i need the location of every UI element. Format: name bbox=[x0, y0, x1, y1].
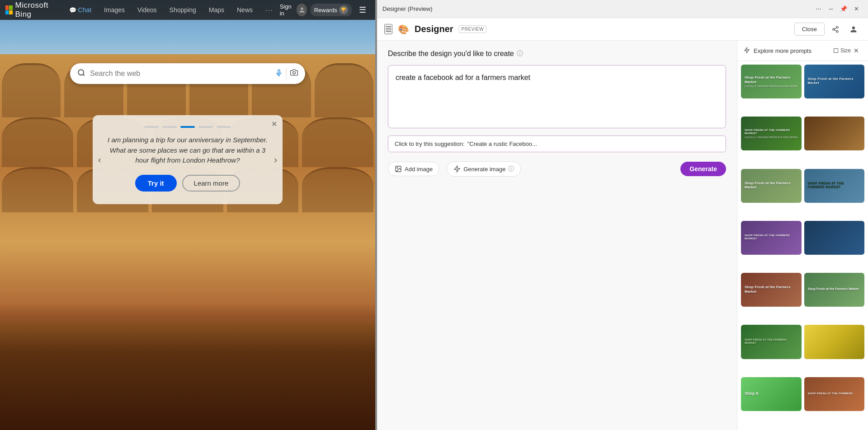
generate-image-button[interactable]: Generate image ⓘ bbox=[447, 161, 521, 177]
preview-card-7[interactable]: SHOP FRESH AT THE FARMERS MARKET bbox=[741, 221, 802, 255]
explore-icon bbox=[744, 47, 750, 55]
prompt-textarea[interactable]: create a facebook ad for a farmers marke… bbox=[388, 65, 726, 128]
suggestion-value: "Create a rustic Faceboo... bbox=[467, 140, 537, 147]
account-button[interactable] bbox=[846, 22, 861, 37]
generate-button[interactable]: Generate bbox=[680, 162, 726, 176]
preview-card-6[interactable]: SHOP FRESH AT THE FARMERS MARKET bbox=[804, 169, 865, 203]
popup-actions: Try it Learn more bbox=[107, 175, 268, 192]
nav-maps[interactable]: Maps bbox=[203, 0, 231, 20]
bing-logo-text: Microsoft Bing bbox=[15, 1, 56, 19]
nav-news[interactable]: News bbox=[231, 0, 259, 20]
preview-overlay-9: Shop Fresh at the Farmers Market bbox=[741, 273, 802, 307]
preview-title-1: Shop Fresh at the Farmers Market bbox=[745, 75, 798, 84]
designer-header: ☰ 🎨 Designer PREVIEW Close bbox=[377, 18, 868, 41]
ms-logo-q1 bbox=[5, 5, 9, 10]
popup-progress-dots bbox=[107, 126, 268, 128]
sign-in-text: Sign in bbox=[280, 3, 294, 17]
nav-shopping[interactable]: Shopping bbox=[163, 0, 203, 20]
ms-logo-q3 bbox=[5, 10, 9, 15]
search-box bbox=[70, 63, 305, 84]
preview-card-8[interactable] bbox=[804, 221, 865, 255]
rewards-button[interactable]: Rewards 🏆 bbox=[311, 4, 352, 16]
preview-title-14: SHOP FRESH AT THE FARMERS bbox=[808, 392, 861, 395]
sidebar-header: Explore more prompts Size ✕ bbox=[737, 41, 868, 61]
nav-videos[interactable]: Videos bbox=[131, 0, 163, 20]
titlebar-pin-button[interactable]: 📌 bbox=[837, 3, 850, 15]
preview-card-4[interactable] bbox=[804, 117, 865, 150]
nav-images[interactable]: Images bbox=[98, 0, 131, 20]
designer-logo-icon: 🎨 bbox=[398, 24, 409, 35]
preview-card-10[interactable]: Shop Fresh at the Farmers Market bbox=[804, 273, 865, 307]
designer-content: Describe the design you'd like to create… bbox=[377, 41, 737, 430]
svg-marker-10 bbox=[454, 166, 460, 172]
dot-3 bbox=[180, 126, 195, 128]
designer-titlebar: Designer (Preview) ⋯ ─ 📌 ✕ bbox=[377, 0, 868, 18]
preview-overlay-13: Shop It bbox=[741, 377, 802, 411]
preview-card-12[interactable] bbox=[804, 325, 865, 359]
preview-overlay-11: SHOP FRESH AT THE FARMERS MARKET bbox=[741, 325, 802, 359]
titlebar-dots-button[interactable]: ⋯ bbox=[812, 3, 825, 15]
search-input[interactable] bbox=[90, 70, 274, 78]
preview-card-14[interactable]: SHOP FRESH AT THE FARMERS bbox=[804, 377, 865, 411]
bing-navbar: Microsoft Bing Chat Images Videos Shoppi… bbox=[0, 0, 375, 20]
close-sidebar-button[interactable]: ✕ bbox=[851, 46, 862, 55]
size-button[interactable]: Size bbox=[833, 47, 851, 54]
close-designer-button[interactable]: Close bbox=[794, 23, 825, 36]
svg-point-5 bbox=[836, 30, 838, 32]
dot-1 bbox=[144, 126, 159, 128]
generate-image-label: Generate image bbox=[463, 166, 505, 173]
trophy-icon: 🏆 bbox=[339, 5, 348, 14]
camera-search-button[interactable] bbox=[286, 67, 300, 80]
preview-title-9: Shop Fresh at the Farmers Market bbox=[745, 285, 798, 294]
preview-card-5[interactable]: Shop Fresh at the Farmers Market bbox=[741, 169, 802, 203]
describe-text: Describe the design you'd like to create bbox=[388, 50, 514, 58]
preview-overlay-1: Shop Fresh at the Farmers Market LOCALLY… bbox=[741, 65, 802, 98]
popup-text: I am planning a trip for our anniversary… bbox=[107, 135, 268, 166]
sign-in-button[interactable]: Sign in bbox=[280, 3, 307, 17]
designer-panel: Designer (Preview) ⋯ ─ 📌 ✕ ☰ 🎨 Designer … bbox=[377, 0, 868, 430]
microsoft-logo bbox=[5, 5, 13, 14]
preview-card-9[interactable]: Shop Fresh at the Farmers Market bbox=[741, 273, 802, 307]
designer-menu-button[interactable]: ☰ bbox=[384, 24, 392, 34]
titlebar-minimize-button[interactable]: ─ bbox=[825, 3, 837, 15]
generate-info-icon[interactable]: ⓘ bbox=[508, 165, 514, 173]
nav-chat[interactable]: Chat bbox=[63, 0, 98, 20]
add-image-button[interactable]: Add image bbox=[388, 162, 439, 176]
search-area bbox=[70, 63, 305, 84]
preview-title-2: Shop Fresh at the Farmers Market bbox=[808, 77, 861, 85]
voice-search-button[interactable] bbox=[274, 67, 284, 80]
hamburger-menu[interactable]: ☰ bbox=[355, 3, 370, 17]
suggestion-button[interactable]: Click to try this suggestion: "Create a … bbox=[388, 136, 726, 152]
svg-line-1 bbox=[83, 74, 84, 75]
svg-point-9 bbox=[397, 168, 398, 168]
preview-card-1[interactable]: Shop Fresh at the Farmers Market LOCALLY… bbox=[741, 65, 802, 98]
svg-point-2 bbox=[293, 71, 296, 74]
nav-more[interactable]: ··· bbox=[259, 0, 280, 20]
popup-prev-button[interactable]: ‹ bbox=[94, 151, 105, 168]
suggestion-label: Click to try this suggestion: bbox=[395, 140, 465, 147]
titlebar-close-button[interactable]: ✕ bbox=[850, 3, 863, 15]
designer-header-right: Close bbox=[794, 22, 861, 37]
ms-logo-q2 bbox=[9, 5, 12, 10]
preview-card-2[interactable]: Shop Fresh at the Farmers Market bbox=[804, 65, 865, 98]
preview-card-13[interactable]: Shop It bbox=[741, 377, 802, 411]
preview-subtitle-3: LOCALLY GROWN PRODUCE AND MORE bbox=[745, 136, 798, 139]
bing-popup-card: ✕ ‹ I am planning a trip for our anniver… bbox=[93, 115, 283, 204]
popup-close-button[interactable]: ✕ bbox=[271, 120, 277, 128]
popup-next-button[interactable]: › bbox=[270, 151, 281, 168]
preview-title-13: Shop It bbox=[745, 391, 798, 396]
learn-more-button[interactable]: Learn more bbox=[182, 175, 241, 192]
user-avatar bbox=[297, 4, 307, 16]
try-it-button[interactable]: Try it bbox=[135, 175, 177, 192]
svg-point-3 bbox=[836, 26, 838, 28]
preview-card-3[interactable]: SHOP FRESH AT THE FARMERS MARKET LOCALLY… bbox=[741, 117, 802, 150]
svg-line-7 bbox=[835, 28, 837, 29]
describe-label: Describe the design you'd like to create… bbox=[388, 50, 726, 58]
info-icon[interactable]: ⓘ bbox=[517, 50, 523, 58]
bing-logo[interactable]: Microsoft Bing bbox=[5, 1, 56, 19]
preview-card-11[interactable]: SHOP FRESH AT THE FARMERS MARKET bbox=[741, 325, 802, 359]
share-button[interactable] bbox=[828, 22, 843, 37]
svg-marker-11 bbox=[745, 47, 750, 53]
designer-window-title: Designer (Preview) bbox=[382, 5, 812, 12]
explore-label: Explore more prompts bbox=[754, 47, 833, 54]
